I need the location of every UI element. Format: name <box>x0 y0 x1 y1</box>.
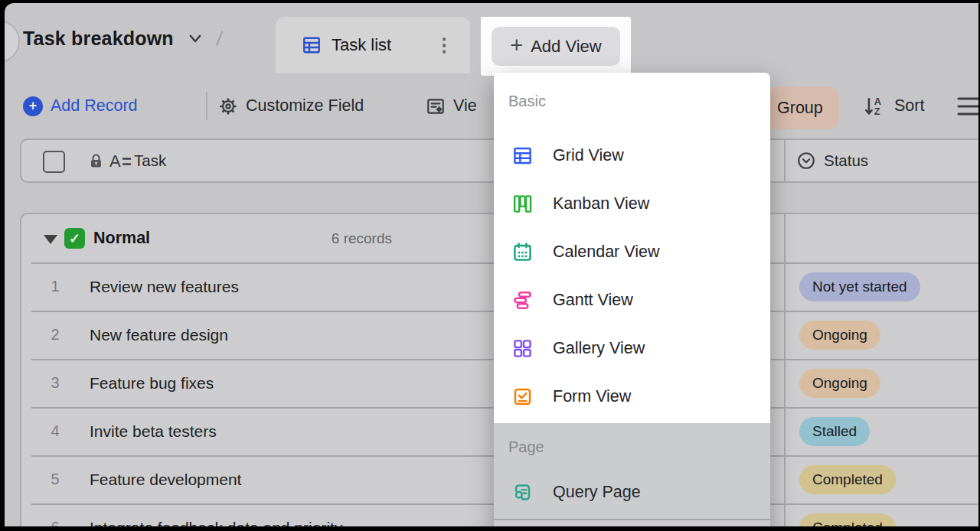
plus-icon: + <box>510 34 523 57</box>
task-cell[interactable]: Invite beta testers <box>90 407 217 455</box>
section-label-page: Page <box>494 423 770 457</box>
select-all-checkbox[interactable] <box>43 151 65 173</box>
menu-item-label: Gantt View <box>553 291 633 310</box>
view-settings-label-partial: Vie <box>453 96 477 116</box>
sort-az-icon: AZ <box>864 95 887 118</box>
row-number: 4 <box>40 407 70 455</box>
task-cell[interactable]: Integrate feedback data and priority <box>90 503 342 526</box>
column-header-status[interactable]: Status <box>796 140 868 181</box>
menu-item-gantt-view[interactable]: Gantt View <box>494 276 770 324</box>
group-button[interactable]: Group <box>761 86 839 129</box>
row-height-icon[interactable] <box>957 93 978 120</box>
add-record-label: Add Record <box>51 96 138 116</box>
menu-item-kanban-view[interactable]: Kanban View <box>494 180 770 228</box>
menu-item-form-view[interactable]: Form View <box>494 373 770 421</box>
menu-item-gallery-view[interactable]: Gallery View <box>494 324 770 373</box>
column-divider <box>784 214 786 526</box>
tab-task-list[interactable]: Task list ⋮ <box>276 17 470 73</box>
group-name: Normal <box>93 214 150 262</box>
task-cell[interactable]: New feature design <box>90 311 228 359</box>
status-badge[interactable]: Not yet started <box>799 272 920 301</box>
customize-field-button[interactable]: Customize Field <box>218 73 364 138</box>
row-number: 6 <box>40 503 70 526</box>
menu-item-query-page[interactable]: Query Page <box>494 468 770 516</box>
task-cell[interactable]: Feature bug fixes <box>90 359 214 407</box>
add-view-dropdown: Basic Grid View Kanban View <box>494 73 770 526</box>
add-record-button[interactable]: + Add Record <box>23 73 138 138</box>
section-label-basic: Basic <box>494 73 770 111</box>
kanban-view-icon <box>512 194 533 214</box>
tab-label: Task list <box>332 35 391 55</box>
customize-field-label: Customize Field <box>246 96 364 116</box>
column-header-task[interactable]: Task <box>134 140 166 181</box>
dropdown-page-section: Page Query Page <box>494 423 770 526</box>
menu-divider <box>494 519 770 520</box>
row-number: 2 <box>40 311 70 359</box>
status-header-label: Status <box>824 151 868 170</box>
menu-item-label: Gallery View <box>553 339 645 358</box>
status-badge[interactable]: Stalled <box>799 417 870 446</box>
green-check-emoji: ✓ <box>64 228 85 249</box>
app-window: Task breakdown / Task list ⋮ + Add View … <box>5 3 978 526</box>
breadcrumb-separator: / <box>215 28 224 50</box>
task-cell[interactable]: Feature development <box>90 455 241 503</box>
grid-view-icon <box>512 145 533 166</box>
column-divider[interactable] <box>784 140 786 181</box>
single-select-field-icon <box>796 151 816 171</box>
menu-item-label: Form View <box>553 387 631 406</box>
row-number: 1 <box>40 262 70 311</box>
status-badge[interactable]: Completed <box>799 465 896 494</box>
tab-more-icon[interactable]: ⋮ <box>435 17 453 73</box>
svg-text:Z: Z <box>874 106 880 116</box>
add-view-button[interactable]: + Add View <box>492 27 620 66</box>
row-number: 5 <box>40 455 70 503</box>
collapse-caret-icon[interactable] <box>44 235 57 244</box>
row-number: 3 <box>40 359 70 407</box>
menu-item-label: Calendar View <box>553 243 659 262</box>
gantt-view-icon <box>512 290 533 311</box>
status-badge[interactable]: Ongoing <box>799 321 880 350</box>
view-settings-button[interactable]: Vie <box>426 73 477 138</box>
chevron-down-icon[interactable] <box>186 29 204 47</box>
dropdown-basic-section: Basic Grid View Kanban View <box>494 73 770 423</box>
base-title[interactable]: Task breakdown <box>23 28 174 50</box>
menu-item-label: Query Page <box>553 483 641 502</box>
svg-text:A: A <box>109 151 121 171</box>
query-page-icon <box>512 482 533 503</box>
menu-item-grid-view[interactable]: Grid View <box>494 132 770 180</box>
status-badge[interactable]: Ongoing <box>799 369 880 398</box>
calendar-view-icon <box>512 242 533 262</box>
menu-item-label: Grid View <box>553 146 624 165</box>
toolbar-divider <box>206 92 207 120</box>
add-view-label: Add View <box>531 37 602 57</box>
sort-button[interactable]: AZ Sort <box>864 73 924 138</box>
form-view-icon <box>512 386 533 407</box>
plus-circle-icon: + <box>23 96 43 116</box>
clipped-side-button[interactable] <box>5 20 20 63</box>
status-badge[interactable]: Completed <box>799 513 896 526</box>
menu-item-label: Kanban View <box>553 194 649 213</box>
grid-view-icon <box>302 35 322 55</box>
group-label: Group <box>777 99 823 118</box>
gallery-view-icon <box>512 338 533 359</box>
text-field-type-icon: A <box>109 150 132 171</box>
sort-label: Sort <box>894 96 924 116</box>
lock-icon <box>90 154 103 168</box>
breadcrumb: Task breakdown / <box>23 3 222 73</box>
add-view-highlight: + Add View <box>481 17 631 76</box>
menu-item-calendar-view[interactable]: Calendar View <box>494 228 770 276</box>
toolbar: + Add Record Customize Field Vie Group A… <box>5 73 978 138</box>
group-record-count: 6 records <box>266 214 392 262</box>
task-cell[interactable]: Review new features <box>90 262 239 311</box>
gear-icon <box>218 96 238 116</box>
view-settings-icon <box>426 96 446 116</box>
